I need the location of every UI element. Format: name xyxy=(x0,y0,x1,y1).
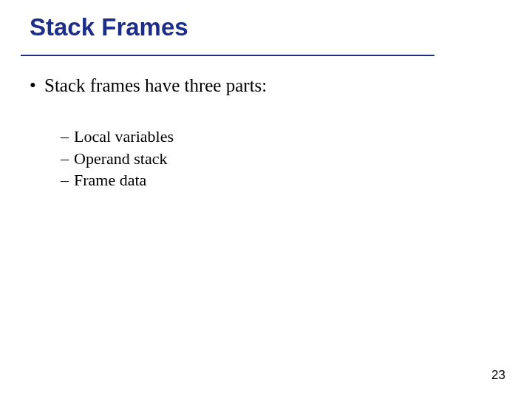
slide-title: Stack Frames xyxy=(30,13,188,41)
dash-icon: – xyxy=(61,126,74,147)
sub-bullet-item: –Local variables xyxy=(61,126,267,147)
bullet-level-1: •Stack frames have three parts: xyxy=(30,74,267,97)
bullet-text: Stack frames have three parts: xyxy=(44,75,267,95)
dash-icon: – xyxy=(61,170,74,191)
sub-bullet-text: Local variables xyxy=(74,127,174,146)
bullet-dot-icon: • xyxy=(30,74,44,97)
sub-bullet-item: –Frame data xyxy=(61,170,267,191)
title-underline xyxy=(21,55,434,56)
slide: Stack Frames •Stack frames have three pa… xyxy=(0,0,532,399)
dash-icon: – xyxy=(61,149,74,169)
page-number: 23 xyxy=(491,368,505,383)
sub-bullet-text: Frame data xyxy=(74,171,146,189)
slide-body: •Stack frames have three parts: –Local v… xyxy=(30,74,267,192)
sub-bullet-item: –Operand stack xyxy=(61,149,267,169)
sub-bullet-text: Operand stack xyxy=(74,149,167,168)
sub-bullet-group: –Local variables –Operand stack –Frame d… xyxy=(61,126,267,191)
